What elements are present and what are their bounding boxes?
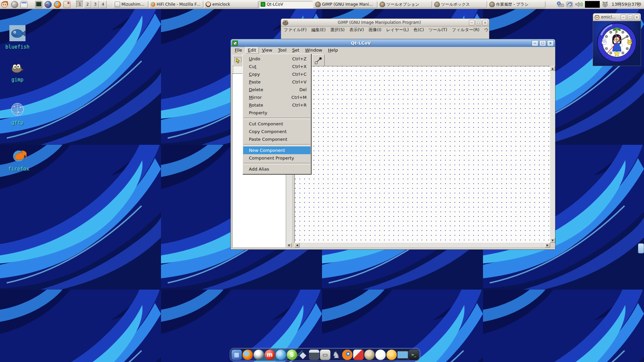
dock-icon-movie-player[interactable]	[397, 350, 408, 360]
line-tool-button[interactable]	[312, 54, 325, 66]
gimp-menu-選択(S)[interactable]: 選択(S)	[330, 27, 345, 33]
menu-item-copy-component[interactable]: Copy Component	[243, 128, 311, 135]
menu-item-mirror[interactable]: MirrorCtrl+M	[243, 94, 311, 101]
menu-item-new-component[interactable]: New Component	[243, 146, 311, 154]
scroll-right-button[interactable]: ▶	[545, 243, 550, 247]
dock-icon-gimp[interactable]	[364, 350, 375, 360]
emiclock-titlebar[interactable]: emicl... −□×	[593, 13, 641, 21]
launcher-terminal[interactable]	[35, 1, 43, 8]
design-canvas[interactable]	[294, 66, 550, 243]
dock-icon-inkscape[interactable]: ◆	[298, 350, 308, 360]
desktop-icon-bluefish[interactable]: bluefish	[1, 25, 34, 50]
dock-icon-screenshot[interactable]: ▭	[320, 350, 330, 360]
dock-icon-firefox[interactable]	[243, 350, 253, 360]
task-button[interactable]: ツールオプション	[378, 1, 432, 8]
maximize-button[interactable]: □	[539, 40, 546, 46]
dock-icon-terminal[interactable]: >_	[409, 350, 419, 360]
minimize-button[interactable]: −	[469, 20, 475, 25]
workspace-4[interactable]: 4	[99, 1, 107, 8]
avatar-menu-icon[interactable]	[0, 0, 8, 8]
emiclock-window[interactable]: emicl... −□×	[593, 13, 641, 66]
gimp-menu-ツール(T)[interactable]: ツール(T)	[429, 27, 447, 33]
gimp-menu-ウィンドウ(W)[interactable]: ウィンドウ(W)	[484, 27, 489, 33]
task-button[interactable]: GIMP (GNU Image Mani...	[314, 1, 377, 8]
menu-window[interactable]: Window	[302, 47, 325, 54]
scroll-down-button[interactable]: ▼	[286, 243, 291, 248]
dock-icon-video-editor[interactable]	[309, 350, 319, 360]
task-button[interactable]: 作業履歴 - ブラシ	[488, 1, 545, 8]
dock-icon-gnu-chess[interactable]: ♞	[331, 350, 341, 360]
face-applet-icon[interactable]	[602, 1, 608, 7]
task-button[interactable]: Qt-LCoV	[259, 1, 313, 8]
menu-edit[interactable]: Edit	[245, 47, 259, 54]
gimp-menu-ファイル(F)[interactable]: ファイル(F)	[284, 27, 307, 33]
gimp-menu-フィルター(R)[interactable]: フィルター(R)	[452, 27, 479, 33]
dock-icon-mplayer[interactable]: m	[265, 350, 275, 360]
menu-item-cut-component[interactable]: Cut Component	[243, 120, 311, 128]
launcher-windows[interactable]	[20, 1, 28, 8]
workspace-2[interactable]: 2	[84, 1, 91, 8]
desktop-icon-gimp[interactable]: gimp	[1, 62, 34, 83]
maximize-button[interactable]: □	[476, 20, 481, 25]
workspace-1[interactable]: 1	[76, 1, 84, 8]
launcher-globe[interactable]	[44, 1, 52, 8]
network-keyboard-icon[interactable]	[557, 1, 564, 7]
menu-item-add-alias[interactable]: Add Alias	[243, 165, 311, 173]
task-button[interactable]: ツールボックス	[433, 1, 487, 8]
task-button[interactable]: HiFi Chile - Mozilla Fir...	[149, 1, 203, 8]
menu-item-property[interactable]: Property	[243, 109, 311, 117]
gimp-menu-画像(I)[interactable]: 画像(I)	[369, 27, 381, 33]
menu-item-component-property[interactable]: Component Property	[243, 154, 311, 162]
offscreen-window-fragment[interactable]	[638, 243, 644, 253]
mouse-gesture-icon[interactable]	[566, 1, 573, 7]
menu-item-rotate[interactable]: RotateCtrl+R	[243, 101, 311, 109]
gimp-menu-レイヤー(L)[interactable]: レイヤー(L)	[386, 27, 409, 33]
menu-item-copy[interactable]: CopyCtrl+C	[243, 70, 311, 78]
menu-tool[interactable]: Tool	[275, 47, 289, 54]
menu-item-paste-component[interactable]: Paste Component	[243, 135, 311, 143]
dock-icon-bluefish[interactable]	[276, 350, 286, 360]
desktop-icon-gftp[interactable]: gftp	[1, 102, 34, 126]
dock-icon-paint[interactable]	[375, 350, 386, 360]
launcher-ball[interactable]	[10, 1, 18, 8]
menu-item-delete[interactable]: DeleteDel	[243, 86, 311, 94]
close-button[interactable]: ×	[634, 14, 640, 20]
dock-icon-openoffice[interactable]	[386, 350, 397, 360]
launcher-firefox[interactable]	[53, 1, 61, 8]
menu-item-undo[interactable]: UndoCtrl+Z	[243, 55, 311, 63]
menu-item-paste[interactable]: PasteCtrl+V	[243, 78, 311, 86]
desktop-icon-firefox[interactable]: firefox	[3, 148, 35, 172]
gimp-window[interactable]: GIMP (GNU Image Manipulation Program) −□…	[281, 19, 489, 40]
gimp-menu-色(C)[interactable]: 色(C)	[414, 27, 424, 33]
canvas-horizontal-scrollbar[interactable]: ◀ ▶	[294, 243, 550, 248]
dock-icon-pdf-reader[interactable]	[353, 350, 364, 360]
canvas-vertical-scrollbar[interactable]: ▲ ▼	[550, 66, 555, 243]
volume-icon[interactable]	[575, 1, 583, 8]
dock-icon-web-globe[interactable]	[254, 350, 264, 360]
scroll-left-button[interactable]: ◀	[294, 243, 300, 247]
taskbar-clock[interactable]: 13時59分37秒	[611, 1, 641, 7]
gimp-menu-表示(V)[interactable]: 表示(V)	[349, 27, 364, 33]
menu-help[interactable]: Help	[325, 47, 341, 54]
dock-icon-blender[interactable]	[342, 350, 353, 360]
select-tool-button[interactable]	[233, 55, 244, 66]
maximize-button[interactable]: □	[627, 14, 633, 20]
scroll-up-button[interactable]: ▲	[550, 66, 555, 71]
close-button[interactable]: ×	[482, 20, 488, 25]
qt-titlebar[interactable]: Qt-LCoV −□×	[231, 39, 555, 47]
dock-icon-skype[interactable]: S	[287, 350, 297, 360]
menu-file[interactable]: File	[232, 47, 245, 54]
menu-view[interactable]: View	[259, 47, 275, 54]
close-button[interactable]: ×	[547, 40, 554, 46]
workspace-3[interactable]: 3	[92, 1, 99, 8]
minimize-button[interactable]: −	[621, 14, 626, 20]
minimize-button[interactable]: −	[532, 40, 538, 46]
menu-item-cut[interactable]: CutCtrl+X	[243, 63, 311, 70]
dock-icon-app-launcher[interactable]: ▦	[231, 350, 242, 360]
scroll-down-button[interactable]: ▼	[550, 238, 555, 243]
menu-set[interactable]: Set	[289, 47, 302, 54]
gimp-titlebar[interactable]: GIMP (GNU Image Manipulation Program) −□…	[281, 19, 489, 26]
task-button[interactable]: emiclock	[204, 1, 258, 8]
black-panel-applet[interactable]	[585, 1, 600, 8]
task-button[interactable]: Mizushima Amplifier F...	[113, 1, 148, 8]
